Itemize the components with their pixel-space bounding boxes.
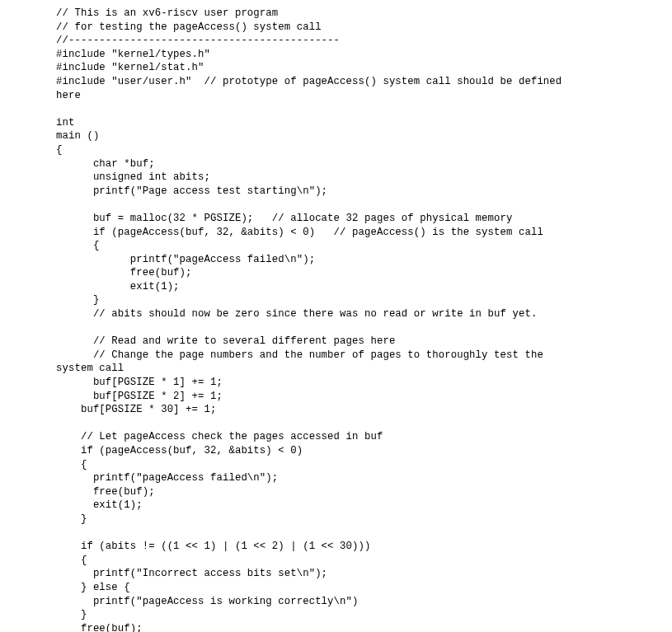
code-line: exit(1); xyxy=(56,499,143,511)
code-line: // This is an xv6-riscv user program xyxy=(56,7,278,19)
code-line: // Read and write to several different p… xyxy=(56,335,395,347)
code-line: free(buf); xyxy=(56,486,155,498)
code-line: // abits should now be zero since there … xyxy=(56,308,537,320)
code-line: buf[PGSIZE * 2] += 1; xyxy=(56,391,223,402)
code-line: } xyxy=(56,513,87,525)
code-line: main () xyxy=(56,130,99,142)
code-line: printf("pageAccess is working correctly\… xyxy=(56,596,359,607)
code-line: #include "user/user.h" // prototype of p… xyxy=(56,76,562,87)
code-line: #include "kernel/stat.h" xyxy=(56,62,204,73)
code-line: } xyxy=(56,294,99,306)
code-line: unsigned int abits; xyxy=(56,171,210,183)
code-line: { xyxy=(56,459,87,470)
code-line: //--------------------------------------… xyxy=(56,35,340,46)
code-line: // for testing the pageAccess() system c… xyxy=(56,21,322,33)
code-line: free(buf); xyxy=(56,267,192,279)
code-line: { xyxy=(56,555,87,566)
code-line: printf("pageAccess failed\n"); xyxy=(56,472,278,484)
code-line: if (pageAccess(buf, 32, &abits) < 0) xyxy=(56,445,303,456)
code-line: here xyxy=(56,90,81,101)
code-line: exit(1); xyxy=(56,281,180,293)
code-line: buf[PGSIZE * 1] += 1; xyxy=(56,377,223,388)
code-block: // This is an xv6-riscv user program // … xyxy=(0,0,672,632)
code-line: char *buf; xyxy=(56,158,155,170)
code-line: // Change the page numbers and the numbe… xyxy=(56,349,543,361)
code-line: printf("Incorrect access bits set\n"); xyxy=(56,568,327,579)
code-line: system call xyxy=(56,363,124,374)
code-line: buf[PGSIZE * 30] += 1; xyxy=(56,404,216,415)
code-line: int xyxy=(56,117,74,129)
code-line: // Let pageAccess check the pages access… xyxy=(56,431,383,442)
code-line: } else { xyxy=(56,582,130,593)
code-line: { xyxy=(56,144,62,156)
code-line: } xyxy=(56,609,87,620)
code-line: #include "kernel/types.h" xyxy=(56,49,210,60)
code-line: printf("Page access test starting\n"); xyxy=(56,185,327,197)
code-line: if (abits != ((1 << 1) | (1 << 2) | (1 <… xyxy=(56,541,370,552)
code-line: if (pageAccess(buf, 32, &abits) < 0) // … xyxy=(56,227,543,238)
code-line: { xyxy=(56,240,99,251)
code-line: free(buf); xyxy=(56,623,143,632)
code-line: printf("pageAccess failed\n"); xyxy=(56,254,315,265)
code-line: buf = malloc(32 * PGSIZE); // allocate 3… xyxy=(56,213,512,224)
